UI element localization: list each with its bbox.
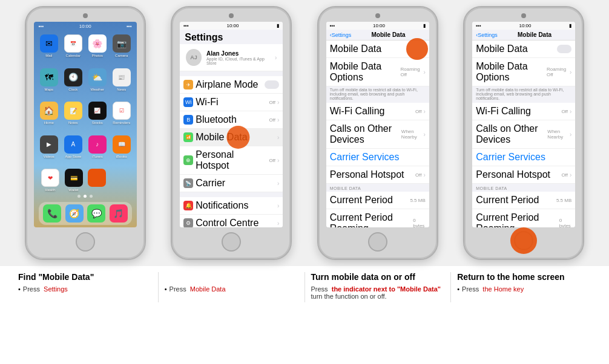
news-label: News <box>117 88 126 91</box>
stocks-label: Stocks <box>92 121 103 125</box>
options-value4: Roaming Off <box>547 67 568 77</box>
control-item[interactable]: ⚙ Control Centre › <box>180 215 283 227</box>
calls-other-value: When Nearby <box>401 129 422 140</box>
app-wallet[interactable]: 💳 Wallet <box>65 169 83 192</box>
carrier-services-item4[interactable]: Carrier Services <box>472 149 575 166</box>
step-1-highlight: Settings <box>44 285 68 293</box>
notes-label: Notes <box>68 121 78 125</box>
carrier-left: 📡 Carrier <box>183 178 225 189</box>
mobile-data-item[interactable]: 📶 Mobile Data › <box>180 129 283 146</box>
app-health[interactable]: ❤ Health <box>41 169 59 192</box>
airplane-toggle[interactable] <box>265 80 279 89</box>
app-appstore[interactable]: A App Store <box>63 135 84 166</box>
dock-messages[interactable]: 💬 <box>87 204 105 223</box>
calling-section4: Wi-Fi Calling Off › Calls on Other Devic… <box>472 103 575 184</box>
calls-other-item4[interactable]: Calls on Other Devices When Nearby › <box>472 120 575 149</box>
back-button-4[interactable]: ‹ Settings <box>476 32 498 38</box>
app-itunes[interactable]: ♪ iTunes <box>87 135 108 166</box>
app-photos[interactable]: 🌸 Photos <box>87 34 108 65</box>
options-right4: Roaming Off › <box>547 67 571 77</box>
back-label-4: Settings <box>478 32 498 38</box>
calls-other-right4: When Nearby › <box>547 129 571 140</box>
calls-other-item[interactable]: Calls on Other Devices When Nearby › <box>326 120 429 149</box>
mobile-data-toggle4[interactable] <box>557 45 571 53</box>
wifi-item[interactable]: Wi Wi-Fi Off › <box>180 94 283 111</box>
app-reminders[interactable]: ☑ Reminders <box>111 102 132 132</box>
carrier-services-item[interactable]: Carrier Services <box>326 149 429 166</box>
dock-phone[interactable]: 📞 <box>43 204 61 223</box>
airplane-mode-item[interactable]: ✈ Airplane Mode <box>180 76 283 94</box>
carrier-services-label4: Carrier Services <box>476 152 545 163</box>
app-orange[interactable] <box>88 169 106 192</box>
mobile-data-toggle-label: Mobile Data <box>330 44 381 54</box>
status-bar-3: ▪▪▪ 10:00 ▮ <box>326 22 429 30</box>
wifi-icon: Wi <box>183 97 193 107</box>
mobile-data-options-item4[interactable]: Mobile Data Options Roaming Off › <box>472 58 575 86</box>
weather-label: Weather <box>90 88 104 91</box>
bluetooth-icon: B <box>183 115 193 125</box>
app-mail[interactable]: ✉ Mail <box>39 34 59 65</box>
home-button-2[interactable] <box>222 232 241 252</box>
caption-col-3: Turn mobile data on or off Press the ind… <box>305 272 452 302</box>
wifi-calling-item[interactable]: Wi-Fi Calling Off › <box>326 103 429 120</box>
user-cell[interactable]: AJ Alan Jones Apple ID, iCloud, iTunes &… <box>180 44 283 71</box>
wallet-label: Wallet <box>68 188 78 192</box>
personal-hotspot-item4[interactable]: Personal Hotspot Off › <box>472 166 575 184</box>
mobile-data-toggle-item4[interactable]: Mobile Data <box>472 41 575 58</box>
hotspot-item[interactable]: ⊕ Personal Hotspot Off › <box>180 146 283 175</box>
app-calendar[interactable]: 📅 Calendar <box>63 34 84 65</box>
stocks-icon: 📈 <box>88 102 107 120</box>
bt-label: Bluetooth <box>196 114 237 125</box>
app-camera[interactable]: 📷 Camera <box>111 34 132 65</box>
bt-value: Off <box>269 117 275 123</box>
notifications-icon: 🔔 <box>183 201 193 210</box>
calls-other-label4: Calls on Other Devices <box>476 123 547 145</box>
personal-hotspot-label3: Personal Hotspot <box>330 169 404 180</box>
mail-icon: ✉ <box>40 34 58 53</box>
app-stocks[interactable]: 📈 Stocks <box>87 102 108 132</box>
home-button-1[interactable] <box>76 232 95 252</box>
hotspot-right: Off › <box>269 157 279 164</box>
dock-safari[interactable]: 🧭 <box>65 204 84 223</box>
appstore-icon: A <box>64 135 82 154</box>
notif-left: 🔔 Notifications <box>183 200 248 211</box>
mobile-data-toggle-item[interactable]: Mobile Data <box>326 41 429 58</box>
app-home[interactable]: 🏠 Home <box>39 102 59 132</box>
app-clock[interactable]: 🕙 Clock <box>63 68 84 99</box>
bluetooth-item[interactable]: B Bluetooth Off › <box>180 111 283 129</box>
battery-4: ▮ <box>569 23 571 28</box>
caption-col-4: Return to the home screen • Press the Ho… <box>451 272 597 302</box>
appstore-label: App Store <box>65 155 81 158</box>
back-button-3[interactable]: ‹ Settings <box>330 32 352 38</box>
app-weather[interactable]: ⛅ Weather <box>87 68 108 99</box>
carrier-item[interactable]: 📡 Carrier › <box>180 175 283 192</box>
step-2-highlight: Mobile Data <box>190 285 226 293</box>
itunes-label: iTunes <box>92 155 103 158</box>
settings-title: Settings <box>185 32 278 43</box>
mobile-data-options-item[interactable]: Mobile Data Options Roaming Off › <box>326 58 429 86</box>
captions-row: Find "Mobile Data" • Press Settings • Pr… <box>0 266 609 308</box>
settings-section-1: ✈ Airplane Mode Wi Wi-Fi Off <box>180 76 283 192</box>
app-maps[interactable]: 🗺 Maps <box>39 68 59 99</box>
notifications-item[interactable]: 🔔 Notifications › <box>180 197 283 215</box>
app-notes[interactable]: 📝 Notes <box>63 102 84 132</box>
app-news[interactable]: 📰 News <box>111 68 132 99</box>
app-videos[interactable]: ▶ Videos <box>39 135 59 166</box>
wifi-calling-item4[interactable]: Wi-Fi Calling Off › <box>472 103 575 120</box>
bt-right: Off › <box>269 117 279 123</box>
screen-2: ▪▪▪ 10:00 ▮ Settings AJ Alan Jones Apple… <box>180 22 283 227</box>
app-grid: ✉ Mail 📅 Calendar 🌸 Photos 📷 <box>34 31 137 169</box>
personal-hotspot-item3[interactable]: Personal Hotspot Off › <box>326 166 429 184</box>
app-ibooks[interactable]: 📖 iBooks <box>111 135 132 166</box>
roaming-label4: Current Period Roaming <box>476 212 559 227</box>
wifi-calling-label: Wi-Fi Calling <box>330 106 385 117</box>
hotspot-right3: Off › <box>415 172 426 178</box>
caption-title-2 <box>165 272 298 282</box>
blank-icon <box>111 169 130 187</box>
current-period-value4: 5.5 MB <box>556 198 571 203</box>
usage-section: Current Period 5.5 MB Current Period Roa… <box>326 192 429 227</box>
orange-indicator-2 <box>227 126 250 149</box>
home-button-3[interactable] <box>368 232 387 252</box>
dock-music[interactable]: 🎵 <box>110 204 128 223</box>
usage-section4: Current Period 5.5 MB Current Period Roa… <box>472 192 575 227</box>
